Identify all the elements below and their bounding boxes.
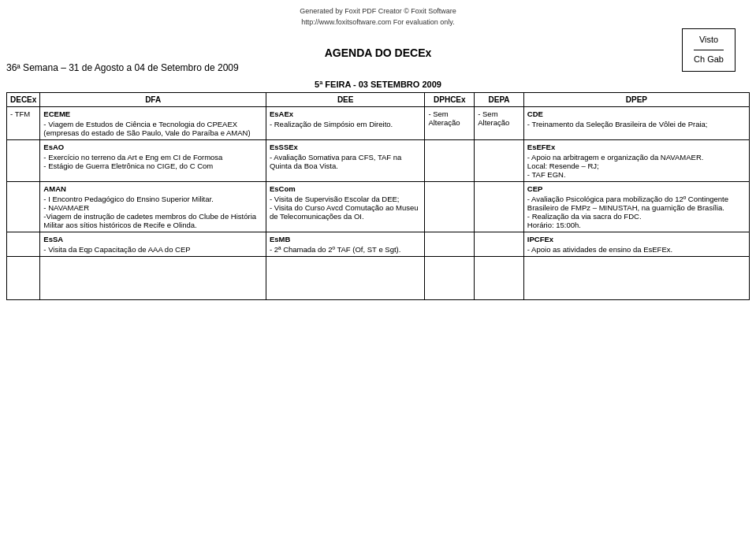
r3-depa — [475, 182, 524, 232]
r2-dpep: EsEFEx - Apoio na arbitragem e organizaç… — [523, 140, 749, 182]
r3-dee-body: - Visita de Supervisão Escolar da DEE; -… — [270, 195, 419, 221]
col-header-decex: DECEx — [7, 93, 40, 107]
section-title: 5ª FEIRA - 03 SETEMBRO 2009 — [6, 80, 750, 89]
r1-dpep-body: - Treinamento da Seleção Brasileira de V… — [527, 120, 708, 128]
r2-decex — [7, 140, 40, 182]
table-header-row: DECEx DFA DEE DPHCEx DEPA DPEP — [7, 93, 750, 107]
r3-dpep-header: CEP — [527, 184, 746, 193]
r2-dee-header: EsSSEx — [270, 143, 421, 151]
visto-box: Visto Ch Gab — [682, 28, 736, 72]
r5-dphcex — [425, 257, 475, 300]
r5-dpep — [523, 257, 749, 300]
r5-depa — [475, 257, 524, 300]
r3-decex — [7, 182, 40, 232]
table-row-3: AMAN - I Encontro Pedagógico do Ensino S… — [7, 182, 750, 232]
r2-dpep-header: EsEFEx — [527, 143, 746, 151]
col-header-dfa: DFA — [40, 93, 266, 107]
r3-dfa: AMAN - I Encontro Pedagógico do Ensino S… — [40, 182, 266, 232]
r5-dfa — [40, 257, 266, 300]
r4-dfa-body: - Visita da Eqp Capacitação de AAA do CE… — [43, 245, 190, 254]
r2-dee-body: - Avaliação Somativa para CFS, TAF na Qu… — [270, 153, 401, 170]
r4-depa — [475, 232, 524, 257]
table-row-1: - TFM ECEME - Viagem de Estudos de Ciênc… — [7, 107, 750, 140]
r3-dpep-body: - Avaliação Psicológica para mobilização… — [527, 195, 728, 229]
r1-decex: - TFM — [7, 107, 40, 140]
r3-dphcex — [425, 182, 475, 232]
r3-dee: EsCom - Visita de Supervisão Escolar da … — [266, 182, 424, 232]
banner-line1: Generated by Foxit PDF Creator © Foxit S… — [300, 7, 456, 15]
r1-dpep-header: CDE — [527, 110, 746, 118]
r4-dpep-header: IPCFEx — [527, 235, 746, 243]
col-header-dpep: DPEP — [523, 93, 749, 107]
week-label: 36ª Semana – 31 de Agosto a 04 de Setemb… — [6, 62, 750, 73]
r4-dfa-header: EsSA — [43, 235, 263, 243]
r2-dphcex — [425, 140, 475, 182]
r1-dee: EsAEx - Realização de Simpósio em Direit… — [266, 107, 424, 140]
r5-decex — [7, 257, 40, 300]
r2-dpep-body: - Apoio na arbitragem e organização da N… — [527, 153, 704, 179]
r1-dfa-header: ECEME — [43, 110, 263, 118]
col-header-depa: DEPA — [475, 93, 524, 107]
r3-dpep: CEP - Avaliação Psicológica para mobiliz… — [523, 182, 749, 232]
r1-depa: - Sem Alteração — [475, 107, 524, 140]
r3-dee-header: EsCom — [270, 184, 421, 193]
table-row-5 — [7, 257, 750, 300]
r4-dfa: EsSA - Visita da Eqp Capacitação de AAA … — [40, 232, 266, 257]
r1-dfa-body: - Viagem de Estudos de Ciência e Tecnolo… — [43, 120, 250, 137]
col-header-dee: DEE — [266, 93, 424, 107]
r5-dee — [266, 257, 424, 300]
chgab-label: Ch Gab — [694, 52, 724, 68]
r1-dphcex: - Sem Alteração — [425, 107, 475, 140]
table-row-4: EsSA - Visita da Eqp Capacitação de AAA … — [7, 232, 750, 257]
r1-dee-header: EsAEx — [270, 110, 421, 118]
r2-dee: EsSSEx - Avaliação Somativa para CFS, TA… — [266, 140, 424, 182]
top-banner: Generated by Foxit PDF Creator © Foxit S… — [6, 6, 750, 28]
r1-dfa: ECEME - Viagem de Estudos de Ciência e T… — [40, 107, 266, 140]
r4-dee-header: EsMB — [270, 235, 421, 243]
r4-decex — [7, 232, 40, 257]
r4-dee: EsMB - 2ª Chamada do 2º TAF (Of, ST e Sg… — [266, 232, 424, 257]
r1-dee-body: - Realização de Simpósio em Direito. — [270, 120, 393, 128]
r4-dphcex — [425, 232, 475, 257]
col-header-dphcex: DPHCEx — [425, 93, 475, 107]
visto-label: Visto — [694, 32, 724, 48]
r2-dfa-body: - Exercício no terreno da Art e Eng em C… — [43, 153, 222, 170]
r4-dee-body: - 2ª Chamada do 2º TAF (Of, ST e Sgt). — [270, 245, 400, 254]
page-title: AGENDA DO DECEx — [6, 46, 750, 59]
r1-dpep: CDE - Treinamento da Seleção Brasileira … — [523, 107, 749, 140]
banner-line2: http://www.foxitsoftware.com For evaluat… — [301, 18, 454, 26]
r2-depa — [475, 140, 524, 182]
r3-dfa-header: AMAN — [43, 184, 263, 193]
r4-dpep: IPCFEx - Apoio as atividades de ensino d… — [523, 232, 749, 257]
main-table: DECEx DFA DEE DPHCEx DEPA DPEP - TFM ECE… — [6, 92, 750, 300]
table-row-2: EsAO - Exercício no terreno da Art e Eng… — [7, 140, 750, 182]
r4-dpep-body: - Apoio as atividades de ensino da EsEFE… — [527, 245, 672, 254]
r2-dfa: EsAO - Exercício no terreno da Art e Eng… — [40, 140, 266, 182]
r2-dfa-header: EsAO — [43, 143, 263, 151]
r3-dfa-body: - I Encontro Pedagógico do Ensino Superi… — [43, 195, 256, 229]
